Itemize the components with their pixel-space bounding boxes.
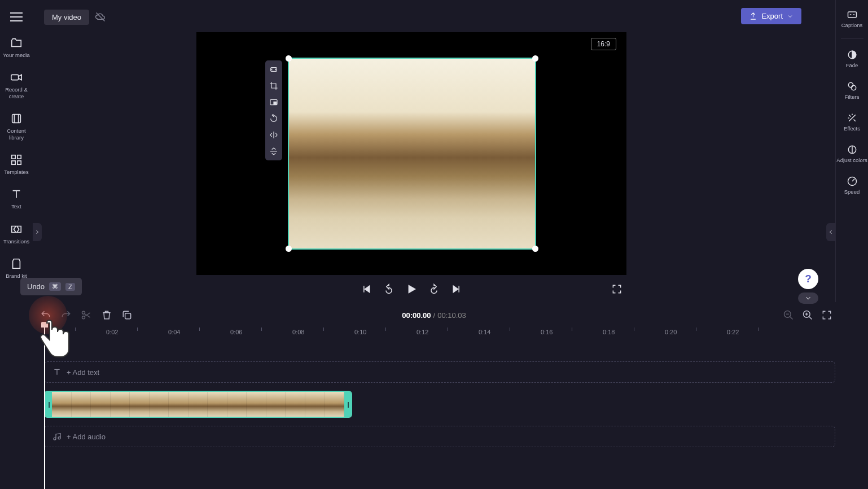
sidebar-item-record-create[interactable]: Record & create — [0, 69, 33, 101]
help-label: ? — [805, 273, 812, 285]
sidebar-item-label: Record & create — [0, 86, 33, 99]
ruler-tick: 0:02 — [106, 329, 118, 335]
chevron-down-icon — [804, 294, 812, 302]
adjust-colors-icon — [846, 143, 858, 156]
sidebar-item-effects[interactable]: Effects — [836, 110, 868, 134]
video-clip[interactable]: || || — [44, 391, 352, 418]
sidebar-item-your-media[interactable]: Your media — [0, 35, 33, 59]
selected-clip-frame[interactable] — [288, 58, 536, 250]
clip-tools-panel — [265, 60, 282, 160]
flip-vertical-tool[interactable] — [268, 146, 279, 157]
svg-rect-0 — [11, 75, 19, 80]
flip-horizontal-tool[interactable] — [268, 129, 279, 141]
play-button[interactable] — [405, 283, 418, 295]
sidebar-item-content-library[interactable]: Content library — [0, 111, 33, 142]
sidebar-item-adjust-colors[interactable]: Adjust colors — [836, 142, 868, 165]
pip-tool[interactable] — [268, 97, 279, 108]
ruler-tick: 0:08 — [292, 329, 304, 335]
rewind-button[interactable] — [383, 283, 395, 295]
zoom-fit-button[interactable] — [821, 309, 833, 321]
export-label: Export — [761, 12, 783, 20]
templates-icon — [10, 153, 23, 167]
sidebar-item-speed[interactable]: Speed — [836, 173, 868, 197]
fit-tool[interactable] — [268, 64, 279, 75]
chevron-left-icon — [827, 229, 834, 235]
add-audio-button[interactable]: + Add audio — [44, 426, 835, 447]
playback-controls — [196, 280, 626, 299]
skip-end-button[interactable] — [450, 283, 463, 295]
svg-rect-5 — [17, 161, 21, 164]
sidebar-item-text[interactable]: Text — [0, 186, 33, 211]
sidebar-item-transitions[interactable]: Transitions — [0, 221, 33, 246]
resize-handle-br[interactable] — [532, 246, 538, 252]
chevron-down-icon — [787, 13, 794, 20]
split-button[interactable] — [80, 309, 93, 321]
skip-start-button[interactable] — [360, 283, 372, 295]
sidebar-item-label: Speed — [844, 189, 860, 195]
sidebar-item-label: Text — [10, 203, 22, 209]
sidebar-item-captions[interactable]: Captions — [836, 7, 868, 30]
preview-canvas[interactable]: 16:9 — [196, 32, 626, 275]
tooltip-key2: Z — [65, 283, 75, 291]
help-collapse-button[interactable] — [798, 292, 818, 304]
timeline-ruler[interactable]: 0:02 0:04 0:06 0:08 0:10 0:12 0:14 0:16 … — [44, 325, 835, 339]
svg-point-8 — [848, 82, 853, 87]
cloud-off-icon[interactable] — [95, 11, 106, 23]
ruler-tick: 0:06 — [230, 329, 242, 335]
help-button[interactable]: ? — [798, 269, 818, 289]
ruler-tick: 0:04 — [168, 329, 180, 335]
rotate-tool[interactable] — [268, 113, 279, 124]
svg-point-9 — [851, 85, 856, 90]
ruler-tick: 0:16 — [541, 329, 553, 335]
svg-rect-14 — [274, 102, 277, 104]
camera-icon — [10, 71, 23, 84]
duplicate-button[interactable] — [121, 309, 133, 321]
ruler-tick: 0:20 — [665, 329, 677, 335]
zoom-in-button[interactable] — [801, 309, 814, 321]
sidebar-item-label: Transitions — [2, 238, 30, 244]
svg-rect-17 — [125, 313, 131, 319]
sidebar-item-templates[interactable]: Templates — [0, 152, 33, 176]
timecode-display: 00:00.00/00:10.03 — [402, 311, 466, 320]
sidebar-item-label: Filters — [845, 94, 860, 101]
audio-track: + Add audio — [44, 426, 835, 447]
forward-button[interactable] — [428, 283, 440, 295]
ruler-tick: 0:22 — [727, 329, 739, 335]
resize-handle-tr[interactable] — [532, 55, 538, 62]
sidebar-item-filters[interactable]: Filters — [836, 78, 868, 102]
svg-rect-1 — [12, 115, 21, 123]
fullscreen-button[interactable] — [611, 283, 623, 295]
undo-tooltip: Undo ⌘ Z — [20, 278, 82, 295]
export-button[interactable]: Export — [741, 8, 801, 24]
project-title[interactable]: My video — [44, 10, 89, 25]
sidebar-item-fade[interactable]: Fade — [836, 47, 868, 71]
aspect-ratio-button[interactable]: 16:9 — [591, 38, 616, 50]
clip-handle-right[interactable]: || — [344, 392, 351, 417]
right-sidebar: Captions Fade Filters Effects Adjust col… — [835, 0, 868, 302]
collapse-right-panel-button[interactable] — [826, 223, 835, 241]
menu-button[interactable] — [8, 9, 24, 25]
crop-tool[interactable] — [268, 80, 279, 91]
add-audio-label: + Add audio — [67, 433, 106, 441]
tooltip-label: Undo — [27, 282, 45, 291]
ruler-tick: 0:12 — [417, 329, 428, 335]
sidebar-item-brand-kit[interactable]: Brand kit — [0, 256, 33, 280]
clip-handle-left[interactable]: || — [45, 392, 52, 417]
video-track: || || — [44, 391, 835, 418]
resize-handle-bl[interactable] — [286, 246, 292, 252]
timecode-current: 00:00.00 — [402, 311, 431, 320]
cursor-hand-icon — [34, 316, 73, 369]
ruler-tick: 0:18 — [603, 329, 615, 335]
text-track: + Add text — [44, 361, 835, 383]
delete-button[interactable] — [100, 309, 113, 321]
text-icon — [10, 187, 23, 201]
add-text-button[interactable]: + Add text — [44, 361, 835, 383]
sidebar-item-label: Adjust colors — [836, 158, 867, 164]
chevron-right-icon — [34, 229, 41, 235]
sidebar-item-label: Effects — [844, 126, 860, 132]
svg-rect-6 — [848, 12, 856, 18]
expand-left-panel-button[interactable] — [33, 223, 42, 241]
zoom-out-button[interactable] — [782, 309, 795, 321]
resize-handle-tl[interactable] — [286, 55, 292, 62]
sidebar-item-label: Content library — [0, 128, 33, 141]
